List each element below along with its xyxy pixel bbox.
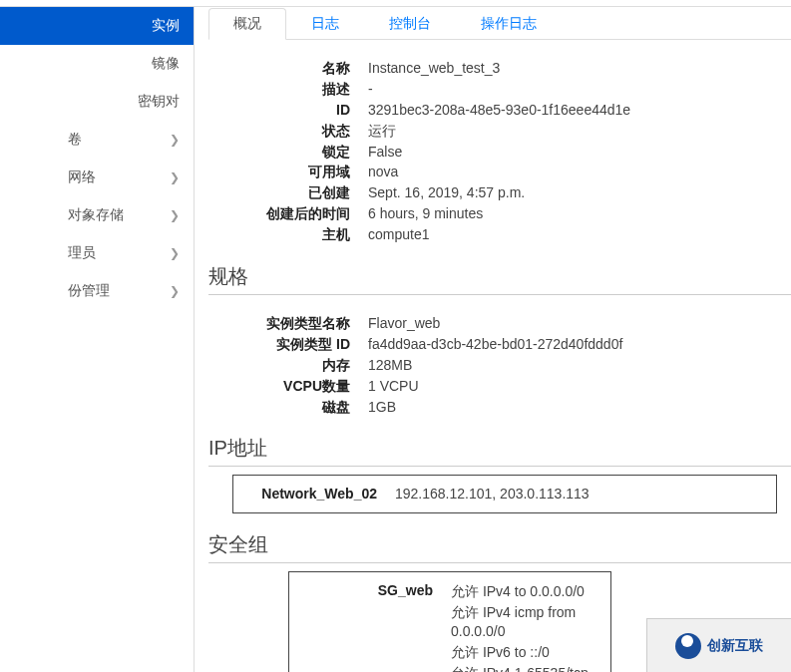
id-val: 3291bec3-208a-48e5-93e0-1f16eee44d1e xyxy=(368,101,791,120)
flavor-id-val: fa4dd9aa-d3cb-42be-bd01-272d40fddd0f xyxy=(368,335,791,354)
since-val: 6 hours, 9 minutes xyxy=(368,204,791,223)
sidebar-item-admin[interactable]: 理员 ❯ xyxy=(0,234,194,272)
az-val: nova xyxy=(368,163,791,181)
sidebar-item-identity[interactable]: 份管理 ❯ xyxy=(0,272,194,310)
sidebar-item-label: 理员 xyxy=(18,244,164,262)
ip-title: IP地址 xyxy=(208,435,791,467)
desc-key: 描述 xyxy=(208,80,368,99)
tabs: 概况 日志 控制台 操作日志 xyxy=(208,7,791,40)
brand-logo-icon xyxy=(675,633,701,659)
chevron-right-icon: ❯ xyxy=(170,284,180,298)
since-key: 创建后的时间 xyxy=(208,204,368,223)
flavor-id-key: 实例类型 ID xyxy=(208,335,368,354)
sg-rules: 允许 IPv4 to 0.0.0.0/0 允许 IPv4 icmp from 0… xyxy=(451,581,608,672)
sg-rule: 允许 IPv6 to ::/0 xyxy=(451,642,608,663)
net-val: 192.168.12.101, 203.0.113.113 xyxy=(395,485,774,504)
locked-key: 锁定 xyxy=(208,143,368,162)
flavor-name-key: 实例类型名称 xyxy=(208,314,368,333)
status-key: 状态 xyxy=(208,122,368,141)
az-key: 可用域 xyxy=(208,163,368,181)
sidebar-item-network[interactable]: 网络 ❯ xyxy=(0,159,194,196)
sidebar-item-object-storage[interactable]: 对象存储 ❯ xyxy=(0,196,194,234)
tab-log[interactable]: 日志 xyxy=(286,8,364,40)
tab-label: 概况 xyxy=(233,15,261,31)
disk-key: 磁盘 xyxy=(208,398,368,417)
tab-console[interactable]: 控制台 xyxy=(364,8,456,40)
host-key: 主机 xyxy=(208,225,368,244)
sidebar-item-label: 份管理 xyxy=(18,282,164,300)
tab-overview[interactable]: 概况 xyxy=(208,8,286,40)
tab-action-log[interactable]: 操作日志 xyxy=(456,8,562,40)
sidebar-item-label: 对象存储 xyxy=(18,206,164,224)
tab-label: 操作日志 xyxy=(481,15,537,31)
ram-key: 内存 xyxy=(208,356,368,375)
vcpu-key: VCPU数量 xyxy=(208,377,368,396)
name-key: 名称 xyxy=(208,59,368,78)
tab-label: 日志 xyxy=(311,15,339,31)
disk-val: 1GB xyxy=(368,398,791,417)
status-val: 运行 xyxy=(368,122,791,141)
name-val: Instance_web_test_3 xyxy=(368,59,791,78)
sidebar-item-volumes[interactable]: 卷 ❯ xyxy=(0,121,194,159)
host-val: compute1 xyxy=(368,225,791,244)
chevron-right-icon: ❯ xyxy=(170,246,180,260)
sidebar-item-keypairs[interactable]: 密钥对 xyxy=(0,83,194,121)
content: 概况 日志 控制台 操作日志 名称Instance_web_test_3 描述-… xyxy=(195,7,791,672)
sg-title: 安全组 xyxy=(208,531,791,563)
flavor-name-val: Flavor_web xyxy=(368,314,791,333)
ram-val: 128MB xyxy=(368,356,791,375)
brand-text: 创新互联 xyxy=(707,637,763,655)
net-key: Network_Web_02 xyxy=(235,485,395,504)
id-key: ID xyxy=(208,101,368,120)
sidebar-item-label: 密钥对 xyxy=(14,93,180,111)
sidebar-item-label: 网络 xyxy=(18,168,164,186)
sidebar-item-label: 卷 xyxy=(18,131,164,149)
created-val: Sept. 16, 2019, 4:57 p.m. xyxy=(368,183,791,202)
chevron-right-icon: ❯ xyxy=(170,208,180,222)
sg-key: SG_web xyxy=(291,581,451,600)
tab-label: 控制台 xyxy=(389,15,431,31)
sg-box: SG_web 允许 IPv4 to 0.0.0.0/0 允许 IPv4 icmp… xyxy=(288,571,611,672)
spec-title: 规格 xyxy=(208,263,791,295)
sg-rule: 允许 IPv4 to 0.0.0.0/0 xyxy=(451,581,608,602)
locked-val: False xyxy=(368,143,791,162)
sg-rule: 允许 IPv4 icmp from 0.0.0.0/0 xyxy=(451,602,608,642)
footer-brand[interactable]: 创新互联 xyxy=(646,618,791,672)
desc-val: - xyxy=(368,80,791,99)
sidebar: 实例 镜像 密钥对 卷 ❯ 网络 ❯ 对象存储 ❯ 理员 ❯ 份管理 ❯ xyxy=(0,7,195,672)
spec-section: 实例类型名称Flavor_web 实例类型 IDfa4dd9aa-d3cb-42… xyxy=(208,313,791,417)
sg-rule: 允许 IPv4 1-65535/tcp from 0.0.0.0/0 xyxy=(451,663,608,672)
main-wrap: 实例 镜像 密钥对 卷 ❯ 网络 ❯ 对象存储 ❯ 理员 ❯ 份管理 ❯ xyxy=(0,7,791,672)
vcpu-val: 1 VCPU xyxy=(368,377,791,396)
sidebar-item-label: 镜像 xyxy=(14,55,180,73)
top-bar xyxy=(0,0,791,7)
sidebar-item-instances[interactable]: 实例 xyxy=(0,7,194,45)
created-key: 已创建 xyxy=(208,183,368,202)
ip-box: Network_Web_02192.168.12.101, 203.0.113.… xyxy=(232,475,777,513)
sidebar-item-images[interactable]: 镜像 xyxy=(0,45,194,83)
chevron-right-icon: ❯ xyxy=(170,133,180,147)
basic-section: 名称Instance_web_test_3 描述- ID3291bec3-208… xyxy=(208,58,791,245)
sidebar-item-label: 实例 xyxy=(14,17,180,35)
chevron-right-icon: ❯ xyxy=(170,170,180,184)
